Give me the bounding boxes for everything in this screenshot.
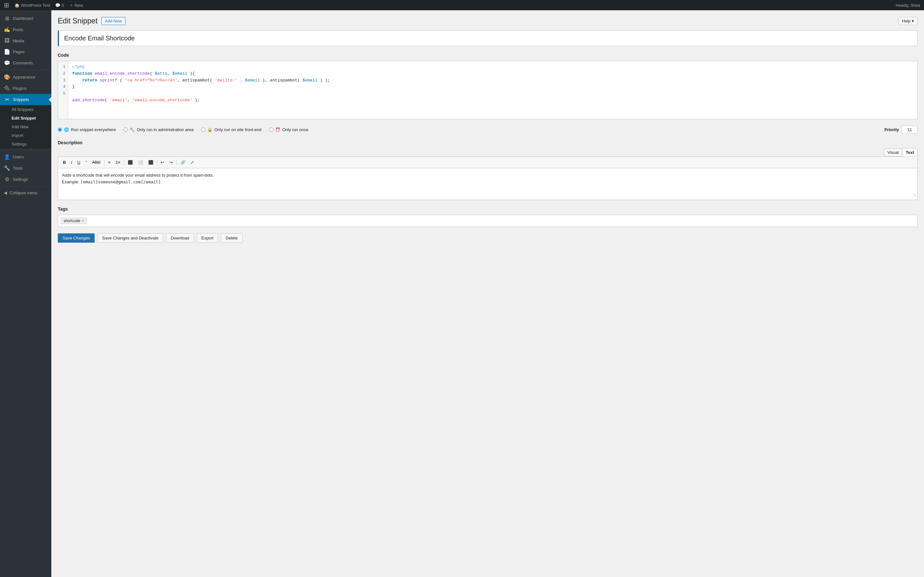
tab-visual[interactable]: Visual bbox=[884, 148, 902, 156]
sidebar-item-comments[interactable]: 💬 Comments bbox=[0, 57, 51, 69]
blockquote-button[interactable]: " bbox=[83, 159, 89, 166]
sidebar-item-dashboard[interactable]: ⊞ Dashboard bbox=[0, 13, 51, 24]
sidebar-item-pages[interactable]: 📄 Pages bbox=[0, 46, 51, 57]
align-left-button[interactable]: ⬛ bbox=[126, 159, 135, 166]
ol-button[interactable]: 1≡ bbox=[113, 159, 123, 166]
pages-icon: 📄 bbox=[4, 49, 10, 55]
code-content[interactable]: <?php function email_encode_shortcode( $… bbox=[68, 61, 917, 119]
tab-text[interactable]: Text bbox=[902, 148, 918, 156]
export-button[interactable]: Export bbox=[197, 234, 218, 243]
menu-separator-3 bbox=[0, 186, 51, 187]
tag-remove-button[interactable]: × bbox=[82, 219, 84, 223]
run-once-option[interactable]: ⏰ Only run once bbox=[269, 127, 309, 132]
tools-icon: 🔧 bbox=[4, 165, 10, 171]
description-editor[interactable]: Adds a shortcode that will encode your e… bbox=[58, 168, 918, 200]
settings-icon: ⚙ bbox=[4, 176, 10, 182]
bold-button[interactable]: B bbox=[61, 159, 68, 166]
tags-input[interactable]: shortcode × bbox=[58, 215, 918, 227]
sidebar-item-label: Settings bbox=[13, 177, 28, 182]
menu-separator-2 bbox=[0, 150, 51, 150]
toolbar-separator-4 bbox=[176, 160, 177, 165]
run-frontend-label: Only run on site front-end bbox=[214, 127, 262, 132]
sidebar-item-label: Dashboard bbox=[13, 16, 33, 21]
ul-button[interactable]: ≡ bbox=[106, 159, 113, 166]
sidebar-item-users[interactable]: 👤 Users bbox=[0, 151, 51, 163]
run-admin-radio[interactable] bbox=[124, 127, 128, 132]
main-content: Edit Snippet Add New Help ▾ Code 1 2 3 bbox=[51, 10, 924, 577]
snippet-name-input[interactable] bbox=[64, 35, 912, 42]
sidebar-item-plugins[interactable]: 🔌 Plugins bbox=[0, 83, 51, 94]
underline-button[interactable]: U bbox=[75, 159, 82, 166]
run-everywhere-label: Run snippet everywhere bbox=[71, 127, 116, 132]
submenu-settings[interactable]: Settings bbox=[0, 140, 51, 148]
toolbar-separator-3 bbox=[157, 160, 157, 165]
wp-logo-icon[interactable]: ⊞ bbox=[4, 1, 9, 9]
media-icon: 🖼 bbox=[4, 38, 10, 44]
run-everywhere-option[interactable]: 🌐 Run snippet everywhere bbox=[58, 127, 116, 132]
run-admin-label: Only run in administration area bbox=[137, 127, 194, 132]
description-example-line: Example: [email]someone@gmail.com[/email… bbox=[62, 179, 913, 186]
save-deactivate-button[interactable]: Save Changes and Deactivate bbox=[97, 234, 163, 243]
globe-icon: 🌐 bbox=[64, 127, 69, 132]
run-admin-option[interactable]: 🔧 Only run in administration area bbox=[124, 127, 194, 132]
sidebar-item-snippets[interactable]: ✂ Snippets bbox=[0, 94, 51, 105]
tag-shortcode: shortcode × bbox=[61, 218, 87, 224]
tags-section-title: Tags bbox=[58, 206, 918, 211]
align-right-button[interactable]: ⬛ bbox=[146, 159, 156, 166]
action-buttons: Save Changes Save Changes and Deactivate… bbox=[58, 234, 918, 243]
priority-input[interactable] bbox=[901, 126, 918, 134]
italic-button[interactable]: I bbox=[69, 159, 74, 166]
comments-link[interactable]: 💬 0 bbox=[55, 3, 64, 8]
admin-sidebar: ⊞ Dashboard ✍ Posts 🖼 Media 📄 Pages 💬 Co… bbox=[0, 10, 51, 577]
comments-menu-icon: 💬 bbox=[4, 60, 10, 66]
sidebar-item-posts[interactable]: ✍ Posts bbox=[0, 24, 51, 35]
new-content-link[interactable]: ＋ New bbox=[69, 2, 83, 8]
clock-icon: ⏰ bbox=[275, 127, 280, 132]
howdy-label: Howdy, Shea bbox=[896, 3, 920, 8]
submenu-import[interactable]: Import bbox=[0, 131, 51, 140]
snippets-icon: ✂ bbox=[4, 97, 10, 103]
line-numbers: 1 2 3 4 5 bbox=[58, 61, 68, 119]
code-section: Code 1 2 3 4 5 <?php function email_enco… bbox=[58, 53, 918, 119]
collapse-label: Collapse menu bbox=[10, 190, 37, 195]
sidebar-item-appearance[interactable]: 🎨 Appearance bbox=[0, 71, 51, 83]
expand-button[interactable]: ⤢ bbox=[188, 159, 196, 166]
undo-button[interactable]: ↩ bbox=[158, 159, 166, 166]
snippet-name-wrap bbox=[58, 31, 918, 46]
resize-handle-icon[interactable]: ⤡ bbox=[913, 191, 917, 199]
run-everywhere-radio[interactable] bbox=[58, 127, 62, 132]
site-name-link[interactable]: 🏠 WordPress Test bbox=[15, 3, 50, 8]
save-changes-button[interactable]: Save Changes bbox=[58, 234, 95, 243]
run-options: 🌐 Run snippet everywhere 🔧 Only run in a… bbox=[58, 126, 918, 134]
sidebar-item-label: Tools bbox=[13, 166, 23, 171]
submenu-all-snippets[interactable]: All Snippets bbox=[0, 105, 51, 114]
align-center-button[interactable]: ⬜ bbox=[136, 159, 145, 166]
run-frontend-radio[interactable] bbox=[201, 127, 205, 132]
run-once-radio[interactable] bbox=[269, 127, 273, 132]
run-once-label: Only run once bbox=[282, 127, 309, 132]
code-editor[interactable]: 1 2 3 4 5 <?php function email_encode_sh… bbox=[58, 61, 918, 119]
appearance-icon: 🎨 bbox=[4, 74, 10, 80]
download-button[interactable]: Download bbox=[166, 234, 194, 243]
sidebar-item-settings[interactable]: ⚙ Settings bbox=[0, 174, 51, 185]
collapse-menu-button[interactable]: ◀ Collapse menu bbox=[0, 188, 51, 198]
dashboard-icon: ⊞ bbox=[4, 15, 10, 21]
strikethrough-button[interactable]: ABC bbox=[90, 159, 103, 166]
wrench-icon: 🔧 bbox=[129, 127, 135, 132]
run-frontend-option[interactable]: 🔒 Only run on site front-end bbox=[201, 127, 262, 132]
sidebar-item-label: Posts bbox=[13, 27, 23, 32]
link-button[interactable]: 🔗 bbox=[178, 159, 188, 166]
tags-section: Tags shortcode × bbox=[58, 206, 918, 227]
delete-button[interactable]: Delete bbox=[221, 234, 242, 243]
submenu-add-new[interactable]: Add New bbox=[0, 122, 51, 131]
editor-tabs: Visual Text bbox=[58, 148, 918, 156]
snippets-submenu: All Snippets Edit Snippet Add New Import… bbox=[0, 105, 51, 148]
add-new-button[interactable]: Add New bbox=[102, 17, 126, 25]
help-button[interactable]: Help ▾ bbox=[898, 17, 918, 25]
redo-button[interactable]: ↪ bbox=[167, 159, 175, 166]
submenu-edit-snippet[interactable]: Edit Snippet bbox=[0, 114, 51, 122]
lock-icon: 🔒 bbox=[207, 127, 212, 132]
sidebar-item-media[interactable]: 🖼 Media bbox=[0, 35, 51, 46]
plus-icon: ＋ bbox=[69, 2, 73, 8]
sidebar-item-tools[interactable]: 🔧 Tools bbox=[0, 163, 51, 174]
